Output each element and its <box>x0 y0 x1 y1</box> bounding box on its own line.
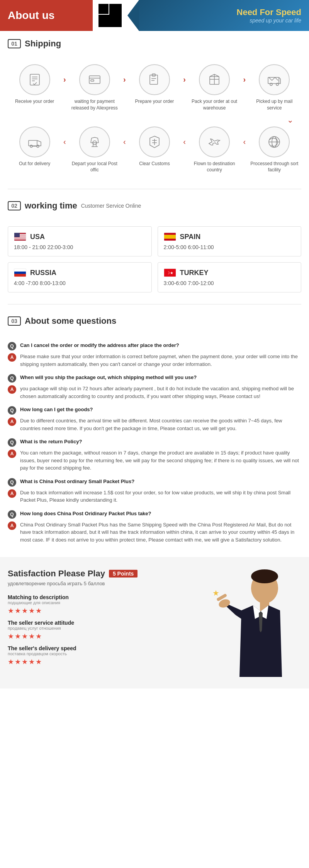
q-badge-3: Q <box>8 406 16 415</box>
faq-question-6: How long does China Post Oridinary Packe… <box>20 510 151 518</box>
shipping-section: 01 Shipping <box>0 31 309 64</box>
arrow-2: › <box>123 75 126 84</box>
header-triangle <box>127 0 139 31</box>
out-delivery-icon <box>27 134 42 150</box>
turkey-name-row: TURKEY <box>164 268 295 277</box>
a-badge-6: A <box>8 521 16 530</box>
pickup-mail-icon <box>267 72 282 87</box>
usa-time: 18:00 - 21:00 22:00-3:00 <box>14 244 146 250</box>
turkey-time: 3:00-6:00 7:00-12:00 <box>164 280 295 286</box>
faq-item-5: Q What is China Post ordinary Small Pack… <box>8 478 301 504</box>
flow-item-5: Picked up by mail service <box>249 64 299 111</box>
faq-a-3: A Due to different countries, the arriva… <box>8 417 301 432</box>
flow-label-7: Depart your local Post offic <box>70 161 120 174</box>
turkey-name: TURKEY <box>180 269 209 277</box>
faq-q-1: Q Can I cancel the order or modify the a… <box>8 342 301 350</box>
flow-circle-1 <box>19 64 50 95</box>
header-right: Need For Speed speed up your car life <box>139 0 309 31</box>
faq-question-1: Can I cancel the order or modify the add… <box>20 342 179 349</box>
shipping-title: 01 Shipping <box>8 39 301 49</box>
faq-question-5: What is China Post ordinary Small Packet… <box>20 478 134 485</box>
flow-circle-6 <box>19 126 50 157</box>
russia-time: 4:00 -7:00 8:00-13:00 <box>14 280 146 286</box>
arrow-1: › <box>63 75 66 84</box>
arrow-left-3: ‹ <box>183 137 186 146</box>
flow-circle-2 <box>79 64 110 95</box>
customs-icon <box>147 134 162 150</box>
rating-label-3: The seller's delivery speed <box>8 645 205 651</box>
usa-name-row: USA <box>14 232 146 241</box>
payment-icon <box>87 72 102 87</box>
faq-q-6: Q How long does China Post Oridinary Pac… <box>8 510 301 519</box>
arrow-left-1: ‹ <box>63 137 66 146</box>
working-time-heading: working time <box>25 201 77 211</box>
arrow-left-2: ‹ <box>123 137 126 146</box>
flow-label-10: Processed through sort facility <box>249 161 299 174</box>
faq-heading: About some questions <box>25 316 116 326</box>
satisfaction-subtitle: удовлетворение просьба играть 5 баллов <box>8 581 205 586</box>
flow-label-1: Receive your order <box>15 98 54 105</box>
working-time-grid: USA 18:00 - 21:00 22:00-3:00 SPAIN 2:00-… <box>0 226 309 300</box>
satisfaction-left: Satisfaction Please Play 5 Points удовле… <box>8 569 205 677</box>
rating-label-2: The seller service attitude <box>8 620 205 626</box>
faq-a-6: A China Post Oridinary Small Packet Plus… <box>8 521 301 544</box>
a-badge-3: A <box>8 417 16 426</box>
flow-label-8: Clear Customs <box>139 161 170 167</box>
qr-code-image <box>98 4 122 27</box>
working-time-subtitle: Customer Service Online <box>81 203 141 209</box>
shipping-flow: Receive your order › waiting for payment… <box>0 64 309 185</box>
satisfaction-title-row: Satisfaction Please Play 5 Points <box>8 569 205 579</box>
country-card-usa: USA 18:00 - 21:00 22:00-3:00 <box>8 226 152 256</box>
q-badge-4: Q <box>8 438 16 447</box>
svg-rect-6 <box>91 80 94 81</box>
flown-destination-icon <box>207 134 222 150</box>
faq-answer-6: China Post Oridinary Small Packet Plus h… <box>20 521 301 544</box>
faq-q-5: Q What is China Post ordinary Small Pack… <box>8 478 301 487</box>
flow-item-2: waiting for payment released by Aliexpre… <box>70 64 120 111</box>
faq-q-2: Q When will you ship the package out, wh… <box>8 374 301 383</box>
q-badge-1: Q <box>8 342 16 350</box>
faq-item-6: Q How long does China Post Oridinary Pac… <box>8 510 301 544</box>
brand-tagline: speed up your car life <box>250 17 301 24</box>
rating-label-1: Matching to description <box>8 594 205 600</box>
faq-answer-1: Please make sure that your order informa… <box>20 353 301 368</box>
usa-flag <box>14 232 26 241</box>
flow-label-9: Flown to destination country <box>189 161 239 174</box>
rating-item-3: The seller's delivery speed поставка про… <box>8 645 205 666</box>
rating-item-2: The seller service attitude продавец усл… <box>8 620 205 641</box>
flow-circle-3 <box>139 64 170 95</box>
q-badge-5: Q <box>8 478 16 487</box>
arrow-4: › <box>243 75 246 84</box>
country-card-turkey: TURKEY 3:00-6:00 7:00-12:00 <box>158 262 302 292</box>
flow-circle-10 <box>259 126 290 157</box>
pack-order-icon <box>207 72 222 87</box>
faq-a-1: A Please make sure that your order infor… <box>8 353 301 368</box>
flow-label-4: Pack your order at out warehouse <box>189 98 239 111</box>
flow-label-2: waiting for payment released by Aliexpre… <box>70 98 120 111</box>
rating-sublabel-1: подщающие для описания <box>8 600 205 605</box>
flow-row-1: Receive your order › waiting for payment… <box>8 64 301 111</box>
rating-item-1: Matching to description подщающие для оп… <box>8 594 205 615</box>
faq-a-2: A you package will ship out in 72 hours … <box>8 385 301 400</box>
faq-answer-4: You can return the package, without reas… <box>20 449 301 472</box>
satisfaction-heading: Satisfaction Please Play <box>8 569 105 579</box>
faq-answer-3: Due to different countries, the arrival … <box>20 417 301 432</box>
flow-circle-5 <box>259 64 290 95</box>
rating-stars-3: ★★★★★ <box>8 658 205 666</box>
shipping-heading: Shipping <box>25 39 61 49</box>
header-qr <box>93 0 127 31</box>
prepare-order-icon <box>147 72 162 87</box>
depart-post-icon <box>87 134 102 150</box>
a-badge-2: A <box>8 385 16 394</box>
faq-list: Q Can I cancel the order or modify the a… <box>0 342 309 557</box>
svg-rect-20 <box>29 140 37 146</box>
a-badge-4: A <box>8 449 16 458</box>
about-us-title: About us <box>8 9 54 22</box>
q-badge-2: Q <box>8 374 16 383</box>
sort-facility-icon <box>267 134 282 150</box>
russia-flag <box>14 268 26 277</box>
flow-circle-9 <box>199 126 230 157</box>
flow-down-arrow: ⌄ <box>8 115 301 125</box>
spain-name: SPAIN <box>180 233 201 241</box>
points-badge: 5 Points <box>109 570 138 578</box>
